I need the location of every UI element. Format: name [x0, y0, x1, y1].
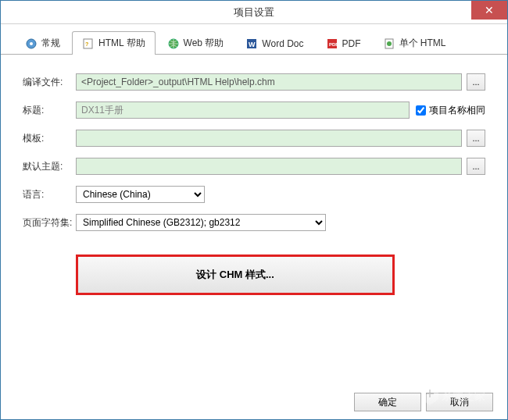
browse-default-topic-button[interactable]: ...	[467, 158, 485, 175]
same-as-project-checkbox-wrap[interactable]: 项目名称相同	[416, 104, 485, 117]
design-chm-style-button[interactable]: 设计 CHM 样式...	[76, 254, 395, 295]
browse-template-button[interactable]: ...	[467, 130, 485, 147]
single-html-icon	[383, 37, 395, 50]
charset-select[interactable]: Simplified Chinese (GB2312); gb2312	[76, 214, 326, 231]
title-input[interactable]	[76, 101, 410, 119]
tab-label: Word Doc	[262, 38, 303, 49]
dialog-footer: 确定 取消	[354, 393, 493, 411]
tab-general[interactable]: 常规	[15, 31, 70, 55]
tab-content: 编译文件: ... 标题: 项目名称相同 模板: ... 默认主题: ... 语…	[1, 55, 507, 304]
browse-compile-file-button[interactable]: ...	[467, 73, 485, 91]
tab-label: 常规	[41, 37, 60, 50]
compile-file-input[interactable]	[76, 73, 462, 91]
title-label: 标题:	[23, 104, 76, 117]
close-button[interactable]: ✕	[471, 1, 507, 20]
tab-web-help[interactable]: Web 帮助	[157, 31, 234, 55]
pdf-icon: PDF	[326, 37, 338, 50]
tab-single-html[interactable]: 单个 HTML	[373, 31, 456, 55]
tab-label: PDF	[342, 38, 361, 49]
titlebar: 项目设置 ✕	[1, 1, 507, 24]
web-icon	[167, 37, 180, 50]
same-as-project-label: 项目名称相同	[429, 104, 485, 117]
project-settings-window: 项目设置 ✕ 常规 ? HTML 帮助 Web 帮助 W Word Doc PD…	[0, 0, 508, 420]
tab-word-doc[interactable]: W Word Doc	[235, 31, 313, 55]
svg-text:?: ?	[85, 41, 88, 47]
cancel-button[interactable]: 取消	[426, 393, 493, 411]
ok-button[interactable]: 确定	[354, 393, 421, 411]
chm-icon: ?	[82, 37, 95, 50]
compile-file-label: 编译文件:	[23, 76, 76, 89]
svg-point-1	[30, 42, 33, 45]
default-topic-input[interactable]	[76, 158, 462, 175]
tab-bar: 常规 ? HTML 帮助 Web 帮助 W Word Doc PDF PDF 单…	[1, 24, 507, 55]
tab-label: Web 帮助	[184, 37, 224, 50]
template-label: 模板:	[23, 132, 76, 145]
charset-label: 页面字符集:	[23, 216, 76, 230]
tab-label: 单个 HTML	[399, 37, 446, 50]
same-as-project-checkbox[interactable]	[416, 105, 426, 116]
svg-point-10	[387, 41, 392, 46]
tab-pdf[interactable]: PDF PDF	[316, 31, 371, 55]
window-title: 项目设置	[234, 5, 274, 20]
word-icon: W	[245, 37, 258, 50]
close-icon: ✕	[485, 4, 494, 16]
template-input[interactable]	[76, 130, 462, 147]
tab-label: HTML 帮助	[98, 37, 145, 50]
svg-text:PDF: PDF	[329, 42, 338, 47]
default-topic-label: 默认主题:	[23, 160, 76, 173]
language-label: 语言:	[23, 188, 76, 201]
tab-html-help[interactable]: ? HTML 帮助	[72, 31, 156, 55]
language-select[interactable]: Chinese (China)	[76, 186, 205, 203]
general-icon	[25, 37, 38, 50]
svg-text:W: W	[249, 41, 256, 48]
